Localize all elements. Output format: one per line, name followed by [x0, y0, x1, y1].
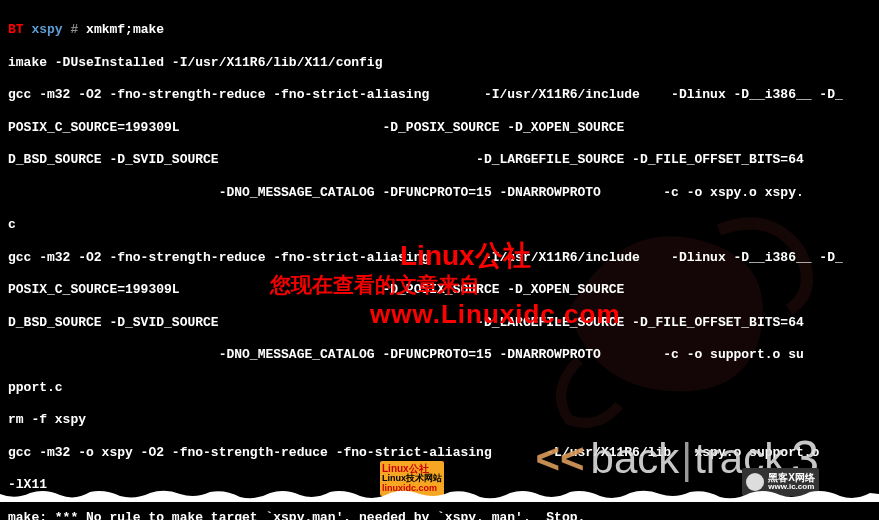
- output-line: D_BSD_SOURCE -D_SVID_SOURCE -D_LARGEFILE…: [8, 315, 871, 331]
- output-line: D_BSD_SOURCE -D_SVID_SOURCE -D_LARGEFILE…: [8, 152, 871, 168]
- prompt-dir: xspy: [31, 22, 62, 37]
- output-line: gcc -m32 -O2 -fno-strength-reduce -fno-s…: [8, 87, 871, 103]
- output-line: POSIX_C_SOURCE=199309L -D_POSIX_SOURCE -…: [8, 282, 871, 298]
- output-line: -DNO_MESSAGE_CATALOG -DFUNCPROTO=15 -DNA…: [8, 347, 871, 363]
- prompt-host: BT: [8, 22, 24, 37]
- command-text: xmkmf;make: [86, 22, 164, 37]
- logo-separator: |: [681, 433, 692, 486]
- output-line: -DNO_MESSAGE_CATALOG -DFUNCPROTO=15 -DNA…: [8, 185, 871, 201]
- output-line: gcc -m32 -O2 -fno-strength-reduce -fno-s…: [8, 250, 871, 266]
- prompt-hash: #: [70, 22, 78, 37]
- output-line: imake -DUseInstalled -I/usr/X11R6/lib/X1…: [8, 55, 871, 71]
- logo-angles: <<: [535, 433, 584, 486]
- output-line: make: *** No rule to make target `xspy.m…: [8, 510, 871, 520]
- output-line: POSIX_C_SOURCE=199309L -D_POSIX_SOURCE -…: [8, 120, 871, 136]
- output-line: rm -f xspy: [8, 412, 871, 428]
- torn-paper-edge: [0, 488, 879, 502]
- logo-part1: back: [591, 433, 680, 486]
- output-line: pport.c: [8, 380, 871, 396]
- output-line: c: [8, 217, 871, 233]
